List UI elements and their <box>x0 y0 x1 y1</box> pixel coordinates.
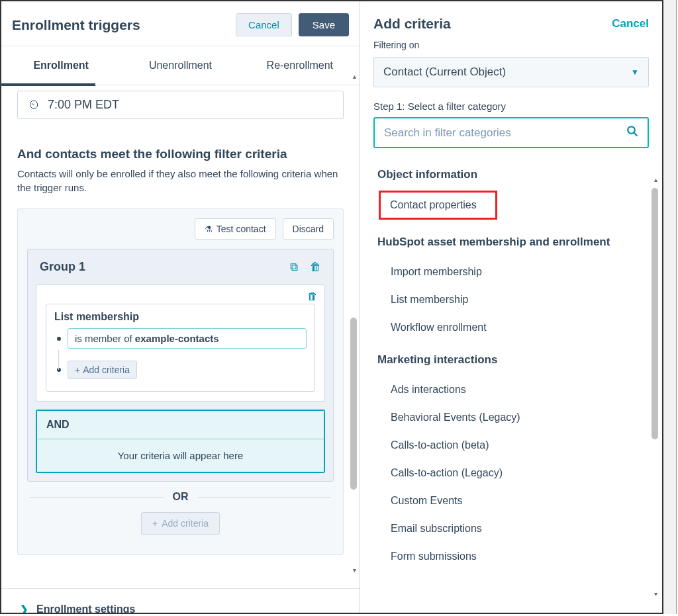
right-cancel-link[interactable]: Cancel <box>612 17 649 30</box>
svg-line-1 <box>634 132 637 136</box>
filtering-on-select[interactable]: Contact (Current Object) ▼ <box>373 57 649 87</box>
clone-icon[interactable]: ⧉ <box>290 261 298 274</box>
criteria-member-row: is member of example-contacts <box>57 328 307 349</box>
and-placeholder: Your criteria will appear here <box>37 439 324 472</box>
filter-item-contact-properties[interactable]: Contact properties <box>379 191 497 220</box>
or-divider: OR <box>30 491 331 503</box>
or-add-criteria-button[interactable]: +Add criteria <box>141 512 220 535</box>
group-title: Group 1 <box>40 260 85 274</box>
search-icon <box>626 125 638 140</box>
plus-icon: + <box>152 518 158 529</box>
filter-item-import-membership[interactable]: Import membership <box>377 258 645 286</box>
chevron-down-icon: ▼ <box>631 67 639 77</box>
bullet-icon <box>57 368 61 372</box>
search-input[interactable] <box>384 126 600 140</box>
filtering-on-value: Contact (Current Object) <box>383 66 506 79</box>
and-box: AND Your criteria will appear here <box>36 410 325 473</box>
flask-icon <box>205 224 213 234</box>
criteria-box: 🗑 List membership is member of example-c… <box>36 285 325 402</box>
criteria-member-pill[interactable]: is member of example-contacts <box>68 328 307 349</box>
group-head-hubspot-asset: HubSpot asset membership and enrollment <box>377 236 645 249</box>
filter-item-ads-interactions[interactable]: Ads interactions <box>377 376 645 404</box>
chevron-right-icon: ❯ <box>20 603 28 613</box>
section-subtext: Contacts will only be enrolled if they a… <box>17 167 344 196</box>
filter-item-custom-events[interactable]: Custom Events <box>377 487 645 515</box>
criteria-inner: List membership is member of example-con… <box>46 304 315 392</box>
add-criteria-button[interactable]: +Add criteria <box>68 361 137 379</box>
or-label: OR <box>173 491 189 503</box>
filter-card: Test contact Discard Group 1 ⧉ 🗑 🗑 <box>17 208 344 555</box>
clock-icon: ⏲ <box>28 99 40 112</box>
filter-item-form-submissions[interactable]: Form submissions <box>377 543 645 570</box>
group-head-marketing: Marketing interactions <box>377 353 645 367</box>
left-content: ⏲ 7:00 PM EDT And contacts meet the foll… <box>1 85 360 613</box>
schedule-time-row[interactable]: ⏲ 7:00 PM EDT <box>17 91 344 119</box>
criteria-delete-icon[interactable]: 🗑 <box>307 290 318 302</box>
filter-item-cta-legacy[interactable]: Calls-to-action (Legacy) <box>377 459 645 487</box>
enrollment-settings-label: Enrollment settings <box>36 603 135 613</box>
tabs: Enrollment Unenrollment Re-enrollment <box>1 46 360 85</box>
save-button[interactable]: Save <box>299 13 349 36</box>
tab-re-enrollment[interactable]: Re-enrollment <box>240 46 360 85</box>
search-container <box>373 117 649 148</box>
header-actions: Cancel Save <box>236 13 349 36</box>
group-header: Group 1 ⧉ 🗑 <box>28 249 333 285</box>
left-header: Enrollment triggers Cancel Save <box>1 1 360 46</box>
scroll-down-arrow-icon[interactable]: ▾ <box>350 566 358 576</box>
scroll-thumb[interactable] <box>652 188 658 439</box>
right-header: Add criteria Cancel <box>360 1 662 40</box>
section-title: And contacts meet the following filter c… <box>17 146 344 163</box>
page-title: Enrollment triggers <box>12 17 140 33</box>
filtering-on-label: Filtering on <box>360 40 662 50</box>
filter-card-actions: Test contact Discard <box>27 218 334 240</box>
group-actions: ⧉ 🗑 <box>290 261 321 274</box>
right-scrollbar[interactable]: ▴ ▾ <box>652 176 659 599</box>
group-card: Group 1 ⧉ 🗑 🗑 List membership is m <box>27 249 334 482</box>
right-title: Add criteria <box>373 16 451 32</box>
outer-strip <box>663 0 677 614</box>
left-scrollbar[interactable]: ▴ ▾ <box>350 73 358 576</box>
step-label: Step 1: Select a filter category <box>360 101 662 117</box>
discard-button[interactable]: Discard <box>283 218 334 240</box>
filter-category-list: Object information Contact properties Hu… <box>360 164 662 581</box>
tab-unenrollment[interactable]: Unenrollment <box>121 46 240 85</box>
group-head-object-information: Object information <box>377 168 645 181</box>
tab-enrollment[interactable]: Enrollment <box>1 46 121 85</box>
right-panel: Add criteria Cancel Filtering on Contact… <box>360 1 662 613</box>
enrollment-settings-row[interactable]: ❯ Enrollment settings <box>1 588 360 613</box>
criteria-add-row: +Add criteria <box>57 361 307 379</box>
scroll-up-arrow-icon[interactable]: ▴ <box>350 73 358 82</box>
criteria-label: List membership <box>54 311 307 323</box>
filter-item-cta-beta[interactable]: Calls-to-action (beta) <box>377 431 645 459</box>
left-panel: Enrollment triggers Cancel Save Enrollme… <box>1 1 360 613</box>
and-label: AND <box>37 411 324 439</box>
filter-item-list-membership[interactable]: List membership <box>377 286 645 314</box>
or-add-row: +Add criteria <box>27 512 334 535</box>
scroll-up-arrow-icon[interactable]: ▴ <box>652 176 659 185</box>
bullet-icon <box>57 337 61 341</box>
cancel-button[interactable]: Cancel <box>236 13 292 36</box>
scroll-down-arrow-icon[interactable]: ▾ <box>652 590 659 599</box>
filter-item-workflow-enrollment[interactable]: Workflow enrollment <box>377 314 645 341</box>
svg-point-0 <box>628 126 635 134</box>
plus-icon: + <box>75 365 80 375</box>
schedule-time-value: 7:00 PM EDT <box>48 98 119 112</box>
filter-item-email-subscriptions[interactable]: Email subscriptions <box>377 515 645 543</box>
scroll-thumb[interactable] <box>350 318 357 490</box>
filter-item-behavioral-events[interactable]: Behavioral Events (Legacy) <box>377 404 645 431</box>
test-contact-button[interactable]: Test contact <box>195 218 276 240</box>
trash-icon[interactable]: 🗑 <box>310 261 321 274</box>
